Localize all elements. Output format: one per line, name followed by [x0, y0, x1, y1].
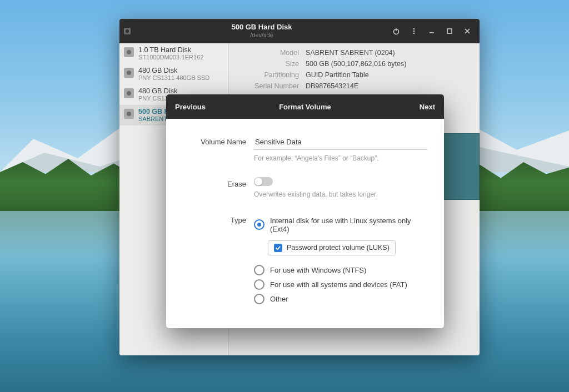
power-button[interactable]: [388, 23, 404, 39]
disk-item[interactable]: 480 GB Disk PNY CS1311 480GB SSD: [119, 64, 228, 84]
format-volume-dialog: Previous Format Volume Next Volume Name …: [166, 94, 444, 328]
label-serial: Serial Number: [239, 82, 299, 90]
value-size: 500 GB (500,107,862,016 bytes): [306, 60, 406, 68]
radio-icon: [254, 294, 264, 304]
value-part: GUID Partition Table: [306, 71, 369, 79]
disk-item-title: 480 GB Disk: [138, 67, 209, 74]
menu-button[interactable]: [406, 23, 422, 39]
previous-button[interactable]: Previous: [175, 103, 216, 111]
minimize-button[interactable]: [424, 23, 440, 39]
radio-label: For use with all systems and devices (FA…: [270, 280, 407, 289]
hdd-icon: [124, 88, 134, 98]
erase-switch[interactable]: [254, 177, 273, 186]
dialog-title: Format Volume: [216, 103, 394, 111]
disk-item-sub: ST1000DM003-1ER162: [138, 54, 203, 61]
desktop-wallpaper: 500 GB Hard Disk /dev/sde: [0, 0, 569, 392]
svg-rect-10: [447, 29, 452, 33]
volume-name-input[interactable]: [254, 134, 427, 150]
maximize-button[interactable]: [442, 23, 457, 39]
value-serial: DB9876543214E: [306, 82, 358, 90]
disk-item-sub: PNY CS1311 480GB SSD: [138, 74, 209, 81]
svg-point-8: [413, 33, 415, 34]
checkbox-luks[interactable]: Password protect volume (LUKS): [268, 240, 396, 255]
checkbox-label: Password protect volume (LUKS): [287, 244, 390, 252]
next-button[interactable]: Next: [394, 103, 435, 111]
radio-icon: [254, 279, 264, 290]
label-erase: Erase: [185, 177, 254, 188]
hdd-icon: [124, 47, 134, 57]
label-type: Type: [185, 213, 254, 224]
radio-ext4[interactable]: Internal disk for use with Linux systems…: [254, 217, 425, 233]
radio-fat[interactable]: For use with all systems and devices (FA…: [254, 279, 425, 290]
disk-item-title: 480 GB Disk: [138, 87, 209, 95]
hdd-icon: [124, 68, 134, 78]
radio-icon: [254, 265, 264, 275]
radio-icon: [254, 219, 264, 230]
window-subtitle: /dev/sde: [135, 32, 388, 39]
disk-item-title: 1.0 TB Hard Disk: [138, 46, 203, 54]
radio-label: Internal disk for use with Linux systems…: [270, 217, 425, 233]
radio-label: Other: [270, 295, 288, 303]
window-title: 500 GB Hard Disk: [135, 23, 388, 32]
label-model: Model: [239, 49, 299, 57]
value-model: SABRENT SABRENT (0204): [306, 49, 395, 57]
svg-point-7: [413, 31, 415, 32]
radio-other[interactable]: Other: [254, 294, 425, 304]
disk-item[interactable]: 1.0 TB Hard Disk ST1000DM003-1ER162: [119, 43, 228, 64]
svg-point-6: [413, 28, 415, 30]
app-icon: [119, 27, 135, 35]
label-part: Partitioning: [239, 71, 299, 79]
erase-hint: Overwrites existing data, but takes long…: [254, 190, 425, 198]
svg-point-3: [126, 29, 129, 33]
check-icon: [274, 244, 282, 252]
label-volume-name: Volume Name: [185, 134, 254, 146]
radio-label: For use with Windows (NTFS): [270, 266, 366, 274]
hdd-icon: [124, 109, 134, 119]
dialog-header: Previous Format Volume Next: [166, 94, 444, 119]
radio-ntfs[interactable]: For use with Windows (NTFS): [254, 265, 425, 275]
label-size: Size: [239, 60, 299, 68]
close-button[interactable]: [460, 23, 475, 39]
titlebar: 500 GB Hard Disk /dev/sde: [119, 19, 480, 43]
volume-name-hint: For example: “Angela’s Files” or “Backup…: [254, 154, 425, 162]
